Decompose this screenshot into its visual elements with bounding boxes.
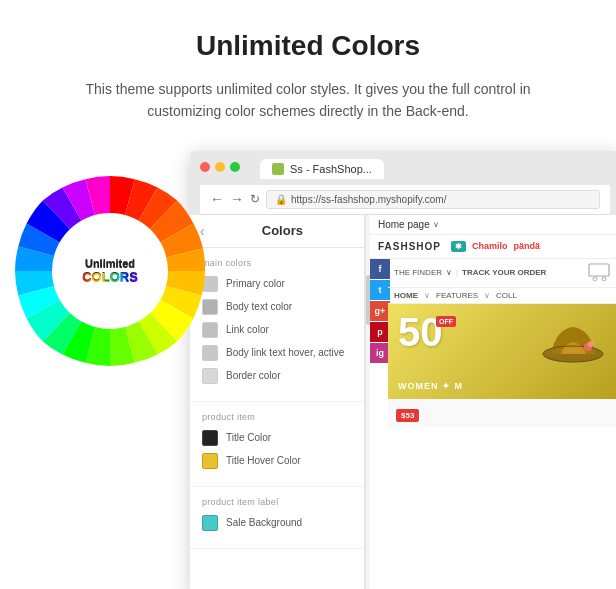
primary-color-label: Primary color xyxy=(226,278,285,289)
svg-rect-1 xyxy=(589,264,609,276)
color-row-link-hover[interactable]: Body link text hover, active xyxy=(202,345,352,361)
hero-hat-image xyxy=(536,309,611,388)
demo-area: Unlimited COLORS Unlimited COLORS xyxy=(20,151,596,589)
cart-area[interactable] xyxy=(588,263,610,283)
browser-tab[interactable]: Ss - FashShop... xyxy=(260,159,384,179)
nav-home-chevron: ∨ xyxy=(424,291,430,300)
track-separator: | xyxy=(456,268,458,277)
page-subtitle: This theme supports unlimited color styl… xyxy=(48,78,568,123)
product-price-badge: $53 xyxy=(396,409,419,422)
url-bar[interactable]: 🔒 https://ss-fashshop.myshopify.com/ xyxy=(266,190,600,209)
back-button[interactable]: ← xyxy=(210,191,224,207)
page-indicator: Home page ∨ xyxy=(370,215,616,235)
color-row-primary[interactable]: Primary color xyxy=(202,276,352,292)
main-colors-label: main colors xyxy=(202,258,352,268)
chamilo-logo: Chamilo xyxy=(472,241,508,251)
browser-top-row: Ss - FashShop... xyxy=(200,159,610,179)
svg-point-7 xyxy=(588,341,594,347)
finder-chevron: ∨ xyxy=(446,268,452,277)
track-order-text: TRACK YOUR ORDER xyxy=(462,268,546,277)
title-hover-color-swatch[interactable] xyxy=(202,453,218,469)
link-color-label: Link color xyxy=(226,324,269,335)
color-row-link[interactable]: Link color xyxy=(202,322,352,338)
site-nav-bar: HOME ∨ FEATURES ∨ COLL xyxy=(388,288,616,304)
color-row-border[interactable]: Border color xyxy=(202,368,352,384)
instagram-button[interactable]: ig xyxy=(370,343,390,363)
url-text: https://ss-fashshop.myshopify.com/ xyxy=(291,194,446,205)
page-indicator-text: Home page xyxy=(378,219,430,230)
social-sidebar: f t g+ p ig xyxy=(370,259,388,427)
panel-title: Colors xyxy=(211,223,354,238)
forward-button[interactable]: → xyxy=(230,191,244,207)
site-main-content: THE FINDER ∨ | TRACK YOUR ORDER xyxy=(388,259,616,427)
nav-coll[interactable]: COLL xyxy=(496,291,517,300)
svg-point-3 xyxy=(602,277,606,281)
browser-toolbar: Ss - FashShop... ← → ↻ 🔒 https://ss-fash… xyxy=(190,151,616,215)
border-color-label: Border color xyxy=(226,370,280,381)
social-finder-row: f t g+ p ig THE FINDER xyxy=(370,259,616,427)
finder-group: THE FINDER ∨ | TRACK YOUR ORDER xyxy=(394,268,546,277)
color-row-body-text[interactable]: Body text color xyxy=(202,299,352,315)
link-hover-color-label: Body link text hover, active xyxy=(226,347,344,358)
colors-panel: ‹ Colors main colors Primary color xyxy=(190,215,365,589)
sale-bg-swatch[interactable] xyxy=(202,515,218,531)
browser-nav-bar: ← → ↻ 🔒 https://ss-fashshop.myshopify.co… xyxy=(200,185,610,215)
page-wrapper: Unlimited Colors This theme supports unl… xyxy=(0,0,616,589)
nav-features[interactable]: FEATURES xyxy=(436,291,478,300)
title-color-label: Title Color xyxy=(226,432,271,443)
finder-bar: THE FINDER ∨ | TRACK YOUR ORDER xyxy=(388,259,616,288)
title-hover-color-label: Title Hover Color xyxy=(226,455,301,466)
twitter-button[interactable]: t xyxy=(370,280,390,300)
tab-label: Ss - FashShop... xyxy=(290,163,372,175)
color-row-title[interactable]: Title Color xyxy=(202,430,352,446)
minimize-dot[interactable] xyxy=(215,162,225,172)
color-row-title-hover[interactable]: Title Hover Color xyxy=(202,453,352,469)
site-topbar: FASHSHOP ✱ Chamilo pändä xyxy=(370,235,616,259)
site-preview: Home page ∨ FASHSHOP ✱ Chamilo pändä xyxy=(370,215,616,589)
pinterest-button[interactable]: p xyxy=(370,322,390,342)
finder-text: THE FINDER xyxy=(394,268,442,277)
sale-bg-label: Sale Background xyxy=(226,517,302,528)
googleplus-button[interactable]: g+ xyxy=(370,301,390,321)
maximize-dot[interactable] xyxy=(230,162,240,172)
product-section: $53 xyxy=(388,399,616,427)
color-row-sale-bg[interactable]: Sale Background xyxy=(202,515,352,531)
refresh-button[interactable]: ↻ xyxy=(250,192,260,206)
browser-content: ‹ Colors main colors Primary color xyxy=(190,215,616,589)
page-title: Unlimited Colors xyxy=(20,30,596,62)
shopify-icon xyxy=(272,163,284,175)
wheel-colors-text: COLORS xyxy=(82,269,138,284)
wheel-center-overlay: Unlimited COLORS xyxy=(82,257,138,284)
color-wheel: Unlimited COLORS Unlimited COLORS xyxy=(10,171,210,371)
panel-header: ‹ Colors xyxy=(190,215,364,248)
nav-features-chevron: ∨ xyxy=(484,291,490,300)
main-colors-section: main colors Primary color Body text colo… xyxy=(190,248,364,402)
url-lock-icon: 🔒 xyxy=(275,194,287,205)
panda-logo: pändä xyxy=(514,241,541,251)
title-color-swatch[interactable] xyxy=(202,430,218,446)
page-chevron-icon: ∨ xyxy=(433,220,439,229)
nav-home[interactable]: HOME xyxy=(394,291,418,300)
hero-banner: 50 OFF WOMEN ✦ M xyxy=(388,304,616,399)
product-item-label-section: product item label Sale Background xyxy=(190,487,364,549)
product-item-label-heading: product item xyxy=(202,412,352,422)
wheel-unlimited-text: Unlimited xyxy=(82,257,138,269)
facebook-button[interactable]: f xyxy=(370,259,390,279)
cart-icon xyxy=(588,263,610,281)
hero-women-text: WOMEN ✦ M xyxy=(398,381,463,391)
partner-icon: ✱ xyxy=(451,241,466,252)
colors-panel-container: ‹ Colors main colors Primary color xyxy=(190,215,370,589)
site-logo: FASHSHOP xyxy=(378,241,441,252)
product-item-section: product item Title Color Title Hover Col… xyxy=(190,402,364,487)
svg-point-2 xyxy=(593,277,597,281)
product-item-label-heading2: product item label xyxy=(202,497,352,507)
body-text-color-label: Body text color xyxy=(226,301,292,312)
hat-svg xyxy=(536,309,611,384)
browser-window: Ss - FashShop... ← → ↻ 🔒 https://ss-fash… xyxy=(190,151,616,589)
hero-off-badge: OFF xyxy=(436,316,456,327)
partner-logos: ✱ Chamilo pändä xyxy=(451,241,540,252)
